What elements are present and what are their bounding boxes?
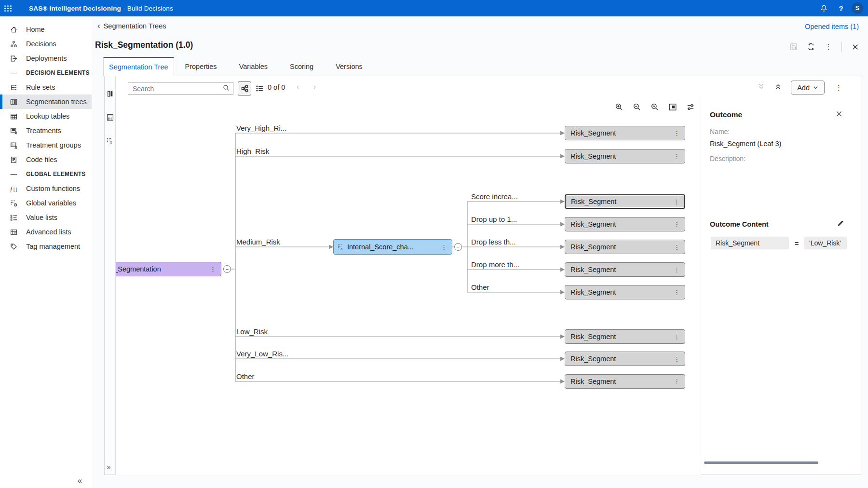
save-icon[interactable] (787, 41, 800, 53)
branch-label-drop-up-to[interactable]: Drop up to 1... (471, 215, 517, 223)
node-menu-icon[interactable]: ⋮ (673, 289, 681, 296)
node-menu-icon[interactable]: ⋮ (209, 266, 217, 273)
variables-panel-icon[interactable]: x (106, 137, 114, 145)
toolbar-more-icon[interactable]: ⋮ (833, 83, 844, 92)
branch-label-score-increase[interactable]: Score increa... (471, 192, 518, 201)
search-input[interactable] (128, 85, 222, 93)
strip-expand-icon[interactable]: » (107, 463, 110, 471)
app-launcher-icon[interactable] (0, 0, 16, 16)
node-menu-icon[interactable]: ⋮ (440, 244, 448, 251)
sidebar-item-value-lists[interactable]: Value lists (0, 210, 92, 225)
node-menu-icon[interactable]: ⋮ (672, 198, 680, 205)
tree-node-risk-segment-6[interactable]: Risk_Segment⋮ (565, 262, 685, 277)
branch-label-high-risk[interactable]: High_Risk (236, 147, 269, 155)
sidebar-item-advanced-lists[interactable]: Advanced lists (0, 225, 92, 239)
branch-label-medium-risk[interactable]: Medium_Risk (236, 238, 280, 246)
close-icon[interactable] (849, 41, 861, 53)
user-avatar[interactable]: S (852, 2, 863, 14)
sidebar-item-rule-sets[interactable]: Rule sets (0, 80, 92, 95)
tree-node-risk-segment-1[interactable]: Risk_Segment⋮ (565, 126, 685, 140)
next-result-icon[interactable]: › (313, 82, 316, 91)
node-menu-icon[interactable]: ⋮ (673, 266, 681, 273)
sidebar-item-decisions[interactable]: Decisions (0, 37, 92, 51)
panel-columns-icon[interactable] (106, 90, 114, 98)
notifications-bell-icon[interactable] (817, 1, 830, 15)
collapse-toggle-root[interactable]: − (223, 265, 231, 273)
variable-icon: x (337, 244, 344, 251)
tree-node-risk-segment-8[interactable]: Risk_Segment⋮ (565, 329, 685, 344)
assignment-variable[interactable]: Risk_Segment (711, 237, 789, 249)
tree-node-risk-segment-2[interactable]: Risk_Segment⋮ (565, 149, 685, 163)
sidebar-item-deployments[interactable]: Deployments (0, 51, 92, 66)
tree-node-risk-segment-3-selected[interactable]: Risk_Segment⋮ (565, 194, 685, 209)
tab-versions[interactable]: Versions (325, 57, 374, 76)
node-menu-icon[interactable]: ⋮ (673, 130, 681, 137)
branch-label-other[interactable]: Other (236, 372, 255, 380)
branch-label-low-risk[interactable]: Low_Risk (236, 327, 268, 336)
tree-node-internal-score[interactable]: x Internal_Score_cha... ⋮ (333, 239, 452, 255)
tab-segmentation-tree[interactable]: Segmentation Tree (103, 57, 174, 76)
list-view-toggle[interactable] (253, 81, 266, 95)
tree-node-risk-segment-4[interactable]: Risk_Segment⋮ (565, 217, 685, 231)
tree-node-risk-segment-7[interactable]: Risk_Segment⋮ (565, 285, 685, 299)
tree-view-toggle[interactable] (238, 81, 251, 95)
sidebar-item-segmentation-trees[interactable]: Segmentation trees (0, 95, 92, 109)
grid-panel-icon[interactable] (106, 113, 114, 122)
sidebar-item-global-variables[interactable]: Global variables (0, 196, 92, 210)
branch-label-very-low-risk[interactable]: Very_Low_Ris... (236, 350, 288, 358)
collapse-toggle-internal[interactable]: − (454, 243, 462, 251)
expand-all-icon[interactable] (774, 82, 782, 93)
node-menu-icon[interactable]: ⋮ (673, 355, 681, 363)
sidebar-item-treatments[interactable]: Treatments (0, 123, 92, 138)
node-menu-icon[interactable]: ⋮ (673, 221, 681, 228)
chevron-down-icon (813, 85, 818, 90)
sidebar-item-lookup-tables[interactable]: Lookup tables (0, 109, 92, 123)
left-tool-strip: x » (105, 76, 116, 474)
edit-pencil-icon[interactable] (837, 219, 844, 227)
lookup-tables-icon (10, 112, 18, 121)
tree-node-risk-segment-9[interactable]: Risk_Segment⋮ (565, 352, 685, 366)
panel-close-icon[interactable] (836, 110, 844, 119)
sidebar-item-code-files[interactable]: Code files (0, 152, 92, 167)
zoom-in-icon[interactable] (615, 103, 624, 111)
overview-map-icon[interactable] (668, 103, 677, 111)
node-menu-icon[interactable]: ⋮ (673, 378, 681, 385)
add-button[interactable]: Add (791, 81, 825, 95)
node-menu-icon[interactable]: ⋮ (673, 153, 681, 160)
help-icon[interactable]: ? (834, 1, 848, 15)
opened-items-link[interactable]: Opened items (1) (805, 23, 859, 30)
breadcrumb[interactable]: ‹ Segmentation Trees (97, 22, 166, 30)
tab-scoring[interactable]: Scoring (279, 57, 325, 76)
tree-node-risk-segment-10[interactable]: Risk_Segment⋮ (565, 374, 685, 389)
refresh-icon[interactable] (805, 41, 817, 53)
tab-variables[interactable]: Variables (228, 57, 279, 76)
assignment-value[interactable]: 'Low_Risk' (804, 237, 847, 249)
sidebar-item-treatment-groups[interactable]: Treatment groups (0, 138, 92, 152)
sidebar-item-tag-management[interactable]: Tag management (0, 239, 92, 254)
sidebar-item-custom-functions[interactable]: f[ ] Custom functions (0, 181, 92, 196)
branch-label-drop-more[interactable]: Drop more th... (471, 260, 519, 269)
layout-options-icon[interactable] (686, 103, 695, 111)
zoom-fit-icon[interactable] (651, 103, 659, 111)
tree-node-root[interactable]: Risk_Segmentation ⋮ (116, 262, 221, 276)
sidebar-collapse-icon[interactable]: « (78, 476, 82, 485)
panel-horizontal-scrollbar[interactable] (704, 461, 818, 464)
previous-result-icon[interactable]: ‹ (297, 82, 299, 91)
tree-node-risk-segment-5[interactable]: Risk_Segment⋮ (565, 240, 685, 254)
collapse-all-icon[interactable] (757, 82, 765, 93)
tree-canvas[interactable]: Very_High_Ri... High_Risk Medium_Risk Lo… (116, 99, 701, 475)
branch-label-drop-less[interactable]: Drop less th... (471, 238, 516, 246)
more-options-icon[interactable]: ⋮ (822, 41, 835, 53)
zoom-out-icon[interactable] (633, 103, 641, 111)
node-menu-icon[interactable]: ⋮ (673, 244, 681, 251)
outcome-content-title: Outcome Content (710, 220, 769, 228)
branch-label-other-2[interactable]: Other (471, 283, 489, 291)
decisions-icon (10, 40, 18, 48)
header-actions: ⋮ (787, 41, 861, 53)
sidebar-item-home[interactable]: Home (0, 22, 92, 37)
branch-label-very-high-risk[interactable]: Very_High_Ri... (236, 124, 286, 132)
search-icon[interactable] (222, 84, 230, 94)
tab-properties[interactable]: Properties (174, 57, 228, 76)
app-title: SAS® Intelligent Decisioning - Build Dec… (29, 5, 173, 12)
node-menu-icon[interactable]: ⋮ (673, 333, 681, 340)
